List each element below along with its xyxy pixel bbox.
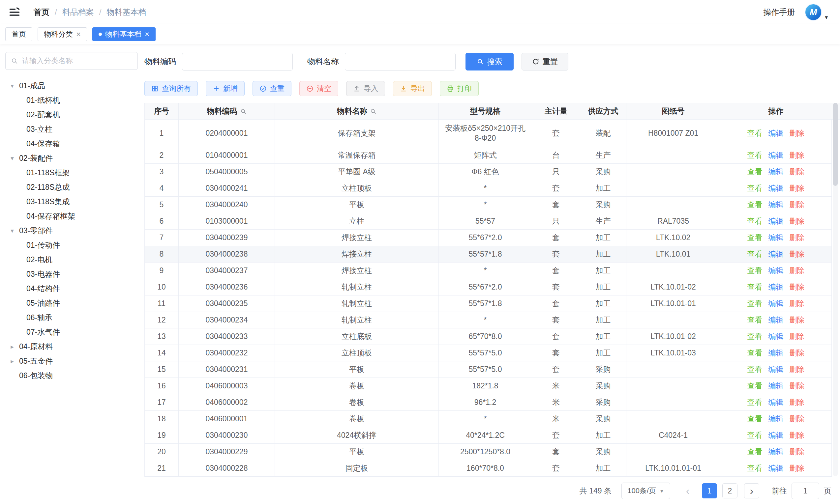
view-link[interactable]: 查看 (747, 266, 763, 275)
delete-link[interactable]: 删除 (790, 464, 805, 472)
view-link[interactable]: 查看 (747, 299, 763, 308)
query-all-button[interactable]: 查询所有 (144, 81, 198, 96)
delete-link[interactable]: 删除 (790, 266, 805, 275)
view-link[interactable]: 查看 (747, 129, 763, 137)
table-row[interactable]: 140304000232立柱顶板55*57*5.0套加工LTK.10.01-03… (145, 345, 832, 361)
table-row[interactable]: 1903040002304024横斜撑40*24*1.2C套加工C4024-1查… (145, 427, 832, 444)
tree-leaf[interactable]: 02-电机 (0, 252, 144, 267)
edit-link[interactable]: 编辑 (768, 129, 784, 137)
view-link[interactable]: 查看 (747, 348, 763, 357)
edit-link[interactable]: 编辑 (768, 283, 784, 291)
edit-link[interactable]: 编辑 (768, 332, 784, 341)
page-button[interactable]: 1 (702, 483, 717, 499)
tree-node[interactable]: ▸04-原材料 (0, 339, 144, 354)
view-link[interactable]: 查看 (747, 184, 763, 192)
edit-link[interactable]: 编辑 (768, 217, 784, 225)
breadcrumb-item[interactable]: 料品档案 (62, 7, 94, 17)
tree-leaf[interactable]: 02-118S总成 (0, 180, 144, 194)
delete-link[interactable]: 删除 (790, 447, 805, 456)
delete-link[interactable]: 删除 (790, 316, 805, 324)
category-search-input[interactable] (22, 57, 132, 65)
tree-leaf[interactable]: 07-水气件 (0, 325, 144, 339)
scrollbar-thumb[interactable] (833, 103, 838, 186)
view-link[interactable]: 查看 (747, 365, 763, 374)
caret-down-icon[interactable]: ▾ (8, 82, 17, 90)
caret-down-icon[interactable]: ▾ (8, 227, 17, 235)
import-button[interactable]: 导入 (346, 81, 385, 96)
edit-link[interactable]: 编辑 (768, 365, 784, 374)
next-page-button[interactable]: › (744, 483, 759, 499)
tree-leaf[interactable]: 01-传动件 (0, 238, 144, 252)
clear-button[interactable]: 清空 (299, 81, 338, 96)
edit-link[interactable]: 编辑 (768, 200, 784, 209)
table-row[interactable]: 200304000229平板2500*1250*8.0套采购查看编辑删除 (145, 444, 832, 460)
delete-link[interactable]: 删除 (790, 129, 805, 137)
table-row[interactable]: 210304000228固定板160*70*8.0套加工LTK.10.01.01… (145, 460, 832, 476)
tree-leaf[interactable]: 04-保存箱 (0, 137, 144, 151)
view-link[interactable]: 查看 (747, 398, 763, 407)
add-button[interactable]: 新增 (206, 81, 245, 96)
table-row[interactable]: 40304000241立柱顶板*套加工查看编辑删除 (145, 180, 832, 197)
edit-link[interactable]: 编辑 (768, 316, 784, 324)
view-link[interactable]: 查看 (747, 414, 763, 423)
tree-node[interactable]: ▸05-五金件 (0, 354, 144, 368)
edit-link[interactable]: 编辑 (768, 398, 784, 407)
tree-leaf[interactable]: 04-保存箱框架 (0, 209, 144, 223)
edit-link[interactable]: 编辑 (768, 348, 784, 357)
avatar[interactable]: M (805, 4, 821, 20)
caret-right-icon[interactable]: ▸ (8, 357, 17, 365)
tree-node[interactable]: 06-包装物 (0, 368, 144, 383)
check-duplicate-button[interactable]: 查重 (252, 81, 292, 96)
edit-link[interactable]: 编辑 (768, 266, 784, 275)
edit-link[interactable]: 编辑 (768, 414, 784, 423)
table-row[interactable]: 100304000236轧制立柱55*67*2.0套加工LTK.10.01-02… (145, 279, 832, 295)
table-row[interactable]: 160406000003卷板182*1.8米采购查看编辑删除 (145, 378, 832, 394)
view-link[interactable]: 查看 (747, 250, 763, 258)
table-row[interactable]: 60103000001立柱55*57只生产RAL7035查看编辑删除 (145, 213, 832, 230)
delete-link[interactable]: 删除 (790, 398, 805, 407)
delete-link[interactable]: 删除 (790, 381, 805, 390)
search-button[interactable]: 搜索 (466, 53, 514, 71)
view-link[interactable]: 查看 (747, 217, 763, 225)
table-row[interactable]: 70304000239焊接立柱55*67*2.0套加工LTK.10.02查看编辑… (145, 230, 832, 246)
tree-leaf[interactable]: 04-结构件 (0, 281, 144, 296)
view-link[interactable]: 查看 (747, 233, 763, 242)
tree-leaf[interactable]: 03-电器件 (0, 267, 144, 281)
delete-link[interactable]: 删除 (790, 167, 805, 176)
edit-link[interactable]: 编辑 (768, 299, 784, 308)
edit-link[interactable]: 编辑 (768, 464, 784, 472)
table-row[interactable]: 120304000234轧制立柱*套加工查看编辑删除 (145, 312, 832, 328)
caret-right-icon[interactable]: ▸ (8, 343, 17, 350)
delete-link[interactable]: 删除 (790, 250, 805, 258)
delete-link[interactable]: 删除 (790, 431, 805, 439)
table-row[interactable]: 170406000002卷板96*1.2米采购查看编辑删除 (145, 394, 832, 411)
export-button[interactable]: 导出 (393, 81, 432, 96)
tree-leaf[interactable]: 06-轴承 (0, 310, 144, 325)
delete-link[interactable]: 删除 (790, 348, 805, 357)
tree-leaf[interactable]: 03-立柱 (0, 122, 144, 137)
menu-fold-icon[interactable] (8, 6, 20, 18)
page-size-select[interactable]: 100条/页 ▼ (622, 483, 670, 499)
column-search-icon[interactable] (370, 108, 377, 115)
delete-link[interactable]: 删除 (790, 184, 805, 192)
view-link[interactable]: 查看 (747, 464, 763, 472)
edit-link[interactable]: 编辑 (768, 447, 784, 456)
table-row[interactable]: 90304000237焊接立柱*套加工查看编辑删除 (145, 263, 832, 279)
edit-link[interactable]: 编辑 (768, 381, 784, 390)
delete-link[interactable]: 删除 (790, 283, 805, 291)
tree-leaf[interactable]: 01-纸杯机 (0, 93, 144, 107)
table-row[interactable]: 10204000001保存箱支架安装板δ5×250×210开孔8-Φ20套装配H… (145, 120, 832, 147)
print-button[interactable]: 打印 (440, 81, 479, 96)
tree-leaf[interactable]: 03-118S集成 (0, 194, 144, 209)
table-scrollbar[interactable] (833, 103, 838, 476)
delete-link[interactable]: 删除 (790, 414, 805, 423)
delete-link[interactable]: 删除 (790, 299, 805, 308)
view-link[interactable]: 查看 (747, 332, 763, 341)
table-row[interactable]: 150304000231平板55*57*5.0套采购查看编辑删除 (145, 361, 832, 378)
prev-page-button[interactable]: ‹ (680, 483, 695, 499)
tab-material-master[interactable]: 物料基本档× (92, 28, 156, 41)
tree-node[interactable]: ▾01-成品 (0, 78, 144, 93)
table-row[interactable]: 110304000235轧制立柱55*57*1.8套加工LTK.10.01-01… (145, 295, 832, 312)
tree-node[interactable]: ▾03-零部件 (0, 223, 144, 238)
reset-button[interactable]: 重置 (522, 53, 568, 71)
